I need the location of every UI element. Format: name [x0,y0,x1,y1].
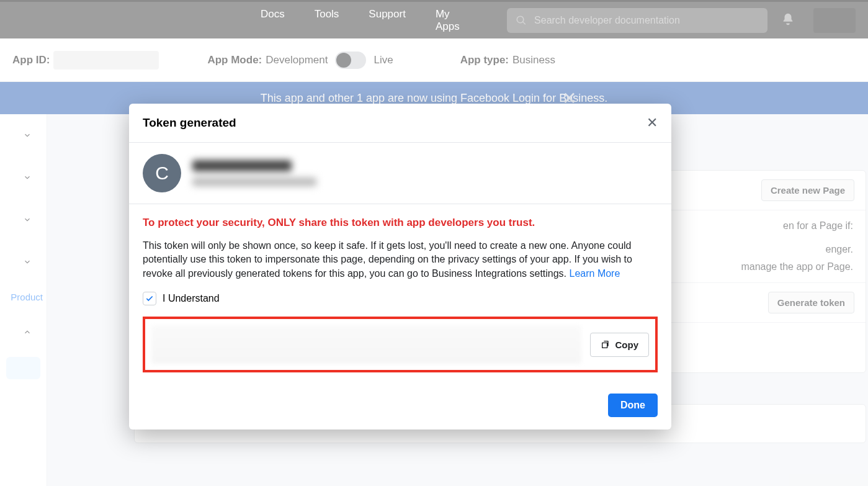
learn-more-link[interactable]: Learn More [570,268,620,279]
user-name-redacted [192,160,316,186]
understand-label: I Understand [163,293,220,304]
close-icon[interactable]: ✕ [647,115,658,131]
token-modal: Token generated ✕ C To protect your secu… [129,104,671,430]
understand-checkbox[interactable] [143,292,156,305]
security-warning: To protect your security, ONLY share thi… [143,217,658,229]
modal-body-text: This token will only be shown once, so k… [143,239,658,281]
token-value-redacted[interactable] [151,325,581,364]
token-highlight-box: Copy [143,317,658,372]
copy-icon [601,340,611,349]
modal-title: Token generated [143,116,236,130]
avatar: C [143,154,181,192]
done-button[interactable]: Done [608,394,658,417]
check-icon [145,294,154,303]
copy-button[interactable]: Copy [590,333,650,357]
